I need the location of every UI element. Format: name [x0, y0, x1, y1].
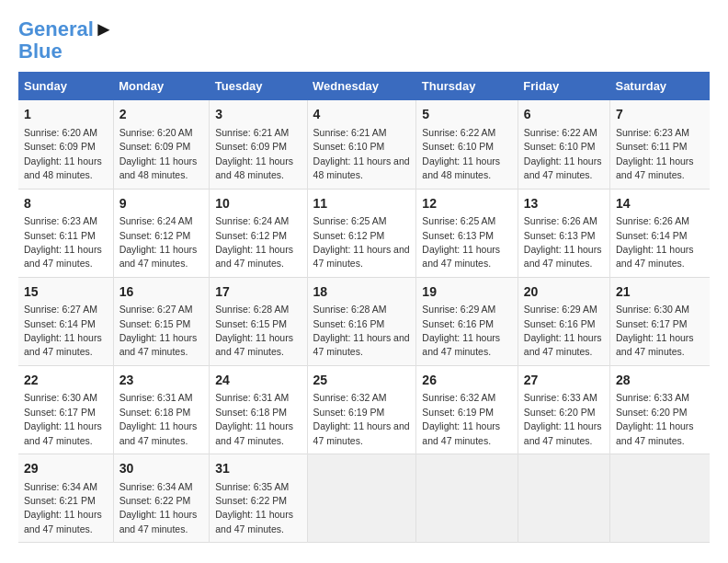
day-header-thursday: Thursday [416, 72, 518, 100]
calendar-cell: 25 Sunrise: 6:32 AMSunset: 6:19 PMDaylig… [307, 365, 416, 454]
cell-text: Sunrise: 6:31 AMSunset: 6:18 PMDaylight:… [215, 392, 293, 445]
day-number: 29 [24, 460, 108, 478]
calendar-cell: 30 Sunrise: 6:34 AMSunset: 6:22 PMDaylig… [113, 454, 210, 543]
cell-text: Sunrise: 6:30 AMSunset: 6:17 PMDaylight:… [616, 304, 694, 357]
week-row-2: 8 Sunrise: 6:23 AMSunset: 6:11 PMDayligh… [18, 189, 710, 277]
day-header-sunday: Sunday [18, 72, 113, 100]
cell-text: Sunrise: 6:22 AMSunset: 6:10 PMDaylight:… [422, 127, 500, 180]
day-number: 2 [119, 106, 204, 124]
calendar-cell: 19 Sunrise: 6:29 AMSunset: 6:16 PMDaylig… [416, 277, 518, 365]
calendar-cell: 4 Sunrise: 6:21 AMSunset: 6:10 PMDayligh… [307, 100, 416, 189]
day-header-wednesday: Wednesday [307, 72, 416, 100]
day-number: 4 [313, 106, 411, 124]
day-number: 9 [119, 195, 204, 213]
cell-text: Sunrise: 6:31 AMSunset: 6:18 PMDaylight:… [119, 392, 198, 445]
calendar-cell: 23 Sunrise: 6:31 AMSunset: 6:18 PMDaylig… [113, 365, 210, 454]
cell-text: Sunrise: 6:35 AMSunset: 6:22 PMDaylight:… [215, 481, 293, 534]
day-number: 6 [524, 106, 604, 124]
week-row-4: 22 Sunrise: 6:30 AMSunset: 6:17 PMDaylig… [18, 365, 710, 454]
cell-text: Sunrise: 6:34 AMSunset: 6:22 PMDaylight:… [119, 481, 198, 534]
day-number: 27 [524, 372, 604, 390]
calendar-table: SundayMondayTuesdayWednesdayThursdayFrid… [18, 72, 710, 543]
cell-text: Sunrise: 6:21 AMSunset: 6:10 PMDaylight:… [313, 127, 410, 180]
calendar-cell: 5 Sunrise: 6:22 AMSunset: 6:10 PMDayligh… [416, 100, 518, 189]
cell-text: Sunrise: 6:24 AMSunset: 6:12 PMDaylight:… [119, 215, 198, 269]
day-header-saturday: Saturday [609, 72, 710, 100]
cell-text: Sunrise: 6:23 AMSunset: 6:11 PMDaylight:… [24, 215, 102, 269]
day-number: 13 [524, 195, 604, 213]
day-number: 16 [119, 283, 204, 302]
day-number: 26 [422, 372, 511, 390]
calendar-cell: 20 Sunrise: 6:29 AMSunset: 6:16 PMDaylig… [518, 277, 609, 365]
calendar-cell: 14 Sunrise: 6:26 AMSunset: 6:14 PMDaylig… [609, 189, 710, 277]
day-number: 23 [119, 372, 204, 390]
calendar-cell [307, 454, 416, 543]
cell-text: Sunrise: 6:26 AMSunset: 6:13 PMDaylight:… [524, 215, 602, 269]
calendar-cell: 6 Sunrise: 6:22 AMSunset: 6:10 PMDayligh… [518, 100, 609, 189]
calendar-cell: 1 Sunrise: 6:20 AMSunset: 6:09 PMDayligh… [18, 100, 113, 189]
calendar-cell: 24 Sunrise: 6:31 AMSunset: 6:18 PMDaylig… [210, 365, 307, 454]
day-number: 17 [215, 283, 301, 302]
day-number: 8 [24, 195, 108, 213]
cell-text: Sunrise: 6:24 AMSunset: 6:12 PMDaylight:… [215, 215, 293, 269]
calendar-cell: 29 Sunrise: 6:34 AMSunset: 6:21 PMDaylig… [18, 454, 113, 543]
day-number: 7 [616, 106, 704, 124]
calendar-cell: 9 Sunrise: 6:24 AMSunset: 6:12 PMDayligh… [113, 189, 210, 277]
cell-text: Sunrise: 6:28 AMSunset: 6:16 PMDaylight:… [313, 304, 410, 357]
cell-text: Sunrise: 6:29 AMSunset: 6:16 PMDaylight:… [422, 304, 500, 357]
calendar-cell: 27 Sunrise: 6:33 AMSunset: 6:20 PMDaylig… [518, 365, 609, 454]
cell-text: Sunrise: 6:32 AMSunset: 6:19 PMDaylight:… [422, 392, 500, 445]
page-header: General►Blue [18, 18, 710, 63]
cell-text: Sunrise: 6:32 AMSunset: 6:19 PMDaylight:… [313, 392, 410, 445]
day-number: 19 [422, 283, 511, 302]
cell-text: Sunrise: 6:33 AMSunset: 6:20 PMDaylight:… [524, 392, 602, 445]
day-number: 28 [616, 372, 704, 390]
calendar-cell [609, 454, 710, 543]
calendar-cell: 8 Sunrise: 6:23 AMSunset: 6:11 PMDayligh… [18, 189, 113, 277]
cell-text: Sunrise: 6:22 AMSunset: 6:10 PMDaylight:… [524, 127, 602, 180]
calendar-cell: 17 Sunrise: 6:28 AMSunset: 6:15 PMDaylig… [210, 277, 307, 365]
day-header-tuesday: Tuesday [210, 72, 307, 100]
calendar-cell: 16 Sunrise: 6:27 AMSunset: 6:15 PMDaylig… [113, 277, 210, 365]
calendar-cell: 10 Sunrise: 6:24 AMSunset: 6:12 PMDaylig… [210, 189, 307, 277]
cell-text: Sunrise: 6:28 AMSunset: 6:15 PMDaylight:… [215, 304, 293, 357]
day-number: 31 [215, 460, 301, 478]
calendar-cell: 21 Sunrise: 6:30 AMSunset: 6:17 PMDaylig… [609, 277, 710, 365]
header-row: SundayMondayTuesdayWednesdayThursdayFrid… [18, 72, 710, 100]
calendar-cell: 3 Sunrise: 6:21 AMSunset: 6:09 PMDayligh… [210, 100, 307, 189]
day-number: 5 [422, 106, 511, 124]
day-number: 22 [24, 372, 108, 390]
week-row-3: 15 Sunrise: 6:27 AMSunset: 6:14 PMDaylig… [18, 277, 710, 365]
day-number: 25 [313, 372, 411, 390]
cell-text: Sunrise: 6:25 AMSunset: 6:12 PMDaylight:… [313, 215, 410, 269]
cell-text: Sunrise: 6:27 AMSunset: 6:14 PMDaylight:… [24, 304, 102, 357]
day-number: 12 [422, 195, 511, 213]
day-number: 11 [313, 195, 411, 213]
cell-text: Sunrise: 6:20 AMSunset: 6:09 PMDaylight:… [24, 127, 102, 180]
cell-text: Sunrise: 6:34 AMSunset: 6:21 PMDaylight:… [24, 481, 102, 534]
calendar-cell: 11 Sunrise: 6:25 AMSunset: 6:12 PMDaylig… [307, 189, 416, 277]
calendar-cell: 2 Sunrise: 6:20 AMSunset: 6:09 PMDayligh… [113, 100, 210, 189]
calendar-cell: 26 Sunrise: 6:32 AMSunset: 6:19 PMDaylig… [416, 365, 518, 454]
logo: General►Blue [18, 18, 114, 63]
cell-text: Sunrise: 6:29 AMSunset: 6:16 PMDaylight:… [524, 304, 602, 357]
day-number: 24 [215, 372, 301, 390]
day-number: 30 [119, 460, 204, 478]
calendar-cell: 22 Sunrise: 6:30 AMSunset: 6:17 PMDaylig… [18, 365, 113, 454]
calendar-cell [518, 454, 609, 543]
cell-text: Sunrise: 6:33 AMSunset: 6:20 PMDaylight:… [616, 392, 694, 445]
cell-text: Sunrise: 6:26 AMSunset: 6:14 PMDaylight:… [616, 215, 694, 269]
day-number: 3 [215, 106, 301, 124]
calendar-cell [416, 454, 518, 543]
calendar-cell: 7 Sunrise: 6:23 AMSunset: 6:11 PMDayligh… [609, 100, 710, 189]
cell-text: Sunrise: 6:20 AMSunset: 6:09 PMDaylight:… [119, 127, 198, 180]
cell-text: Sunrise: 6:21 AMSunset: 6:09 PMDaylight:… [215, 127, 293, 180]
day-number: 10 [215, 195, 301, 213]
calendar-cell: 18 Sunrise: 6:28 AMSunset: 6:16 PMDaylig… [307, 277, 416, 365]
cell-text: Sunrise: 6:27 AMSunset: 6:15 PMDaylight:… [119, 304, 198, 357]
day-header-monday: Monday [113, 72, 210, 100]
calendar-cell: 28 Sunrise: 6:33 AMSunset: 6:20 PMDaylig… [609, 365, 710, 454]
day-number: 18 [313, 283, 411, 302]
calendar-cell: 13 Sunrise: 6:26 AMSunset: 6:13 PMDaylig… [518, 189, 609, 277]
logo-text: General►Blue [18, 18, 114, 63]
